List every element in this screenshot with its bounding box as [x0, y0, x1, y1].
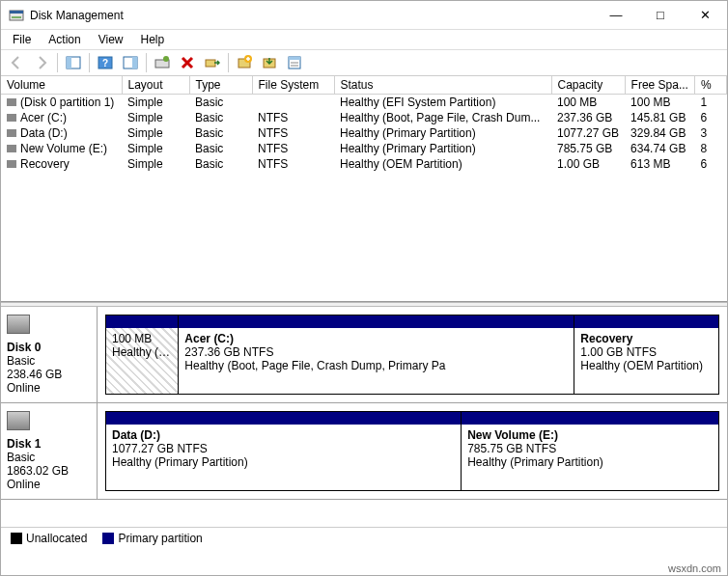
delete-button[interactable] [176, 52, 199, 73]
volume-table[interactable]: Volume Layout Type File System Status Ca… [1, 76, 727, 172]
app-icon [9, 8, 24, 23]
col-capacity[interactable]: Capacity [551, 76, 625, 95]
new-spanned-volume-button[interactable] [233, 52, 256, 73]
volume-icon [7, 98, 16, 106]
partition[interactable]: New Volume (E:)785.75 GB NTFSHealthy (Pr… [461, 411, 719, 491]
window-title: Disk Management [30, 9, 594, 22]
toolbar-separator [89, 53, 90, 72]
forward-button[interactable] [30, 52, 53, 73]
svg-rect-4 [67, 57, 71, 69]
volume-icon [7, 114, 16, 122]
partition-status: Healthy (OEM Partition) [580, 359, 713, 372]
volume-icon [7, 160, 16, 168]
table-row[interactable]: New Volume (E:)SimpleBasicNTFSHealthy (P… [1, 141, 727, 156]
svg-rect-8 [132, 57, 137, 69]
partition-container: Data (D:)1077.27 GB NTFSHealthy (Primary… [98, 403, 727, 499]
partition-color-bar [462, 412, 718, 425]
disk-icon [7, 411, 30, 430]
disk-row: Disk 0Basic238.46 GBOnline100 MBHealthy … [1, 307, 727, 403]
title-bar: Disk Management — □ ✕ [1, 1, 727, 30]
maximize-button[interactable]: □ [638, 1, 683, 30]
graphical-view-pane[interactable]: Disk 0Basic238.46 GBOnline100 MBHealthy … [1, 307, 727, 527]
partition[interactable]: Acer (C:)237.36 GB NTFSHealthy (Boot, Pa… [178, 315, 574, 395]
menu-action[interactable]: Action [41, 31, 88, 48]
partition-title: Recovery [580, 332, 713, 345]
menu-bar: File Action View Help [1, 30, 727, 49]
legend-primary: Primary partition [102, 532, 202, 545]
partition[interactable]: Data (D:)1077.27 GB NTFSHealthy (Primary… [105, 411, 462, 491]
swatch-primary-icon [102, 533, 114, 544]
table-row[interactable]: RecoverySimpleBasicNTFSHealthy (OEM Part… [1, 156, 727, 172]
partition-color-bar [574, 315, 718, 328]
toolbar-separator [228, 53, 229, 72]
toolbar-separator [57, 53, 58, 72]
col-volume[interactable]: Volume [1, 76, 122, 95]
toolbar: ? [1, 49, 727, 76]
table-row[interactable]: Acer (C:)SimpleBasicNTFSHealthy (Boot, P… [1, 110, 727, 125]
menu-file[interactable]: File [5, 31, 39, 48]
disk-size: 238.46 GB [7, 368, 91, 381]
disk-state: Online [7, 381, 91, 395]
help-button[interactable]: ? [94, 52, 117, 73]
disk-header[interactable]: Disk 0Basic238.46 GBOnline [1, 307, 98, 402]
disk-state: Online [7, 478, 91, 491]
table-row[interactable]: Data (D:)SimpleBasicNTFSHealthy (Primary… [1, 125, 727, 141]
toolbar-separator [146, 53, 147, 72]
disk-name: Disk 0 [7, 341, 91, 354]
partition-title: Data (D:) [112, 428, 455, 442]
column-headers[interactable]: Volume Layout Type File System Status Ca… [1, 76, 727, 95]
volume-icon [7, 145, 16, 152]
swatch-unallocated-icon [11, 533, 22, 544]
svg-rect-16 [289, 57, 300, 60]
legend: Unallocated Primary partition [1, 527, 727, 548]
partition-status: Healthy (Primary Partition) [112, 455, 455, 469]
partition-size: 1.00 GB NTFS [580, 345, 713, 359]
disk-row: Disk 1Basic1863.02 GBOnlineData (D:)1077… [1, 403, 727, 500]
partition[interactable]: Recovery1.00 GB NTFSHealthy (OEM Partiti… [574, 315, 719, 395]
mount-button[interactable] [258, 52, 281, 73]
svg-rect-1 [10, 11, 23, 14]
menu-help[interactable]: Help [133, 31, 173, 48]
disk-icon [7, 315, 30, 334]
back-button[interactable] [5, 52, 28, 73]
disk-size: 1863.02 GB [7, 464, 91, 478]
volume-icon [7, 129, 16, 137]
minimize-button[interactable]: — [594, 1, 638, 30]
partition-size: 785.75 GB NTFS [467, 442, 713, 455]
table-row[interactable]: (Disk 0 partition 1)SimpleBasicHealthy (… [1, 95, 727, 111]
show-hide-console-tree-button[interactable] [62, 52, 85, 73]
show-hide-action-pane-button[interactable] [119, 52, 142, 73]
col-filesystem[interactable]: File System [252, 76, 334, 95]
partition-size: 237.36 GB NTFS [184, 345, 568, 359]
svg-rect-2 [12, 16, 21, 18]
partition[interactable]: 100 MBHealthy (EFI System Partition) [105, 315, 179, 395]
col-layout[interactable]: Layout [122, 76, 189, 95]
col-status[interactable]: Status [334, 76, 551, 95]
partition-title: New Volume (E:) [467, 428, 713, 442]
disk-header[interactable]: Disk 1Basic1863.02 GBOnline [1, 403, 98, 499]
col-percent[interactable]: % [694, 76, 726, 95]
svg-rect-11 [206, 60, 215, 67]
menu-view[interactable]: View [91, 31, 131, 48]
col-type[interactable]: Type [189, 76, 252, 95]
partition-status: Healthy (EFI System Partition) [112, 345, 172, 359]
partition-container: 100 MBHealthy (EFI System Partition)Acer… [98, 307, 727, 402]
svg-text:?: ? [102, 58, 108, 69]
partition-status: Healthy (Boot, Page File, Crash Dump, Pr… [184, 359, 568, 372]
disk-name: Disk 1 [7, 437, 91, 451]
partition-color-bar [106, 412, 461, 425]
partition-color-bar [106, 315, 178, 328]
svg-point-10 [163, 56, 169, 62]
properties-button[interactable] [283, 52, 306, 73]
partition-title: Acer (C:) [184, 332, 568, 345]
col-free[interactable]: Free Spa... [625, 76, 694, 95]
disk-type: Basic [7, 451, 91, 464]
legend-unallocated: Unallocated [11, 532, 87, 545]
refresh-button[interactable] [151, 52, 174, 73]
close-button[interactable]: ✕ [683, 1, 727, 30]
partition-size: 1077.27 GB NTFS [112, 442, 455, 455]
disk-type: Basic [7, 354, 91, 368]
extend-volume-button[interactable] [201, 52, 224, 73]
volume-list-pane[interactable]: Volume Layout Type File System Status Ca… [1, 76, 727, 302]
partition-size: 100 MB [112, 332, 172, 345]
